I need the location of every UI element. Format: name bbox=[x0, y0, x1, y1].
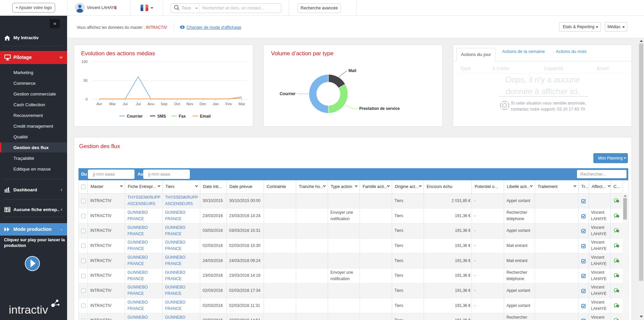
svg-text:Avr: Avr bbox=[96, 102, 102, 106]
svg-text:Aou: Aou bbox=[148, 102, 154, 106]
svg-text:Dec: Dec bbox=[200, 102, 207, 106]
svg-text:Nov: Nov bbox=[186, 102, 194, 106]
svg-text:Sep: Sep bbox=[161, 102, 167, 106]
svg-text:Mail: Mail bbox=[348, 68, 356, 73]
svg-text:Email: Email bbox=[200, 114, 211, 119]
svg-text:Jui: Jui bbox=[136, 102, 141, 106]
svg-text:0: 0 bbox=[86, 97, 88, 101]
svg-text:Mai: Mai bbox=[109, 102, 116, 106]
svg-text:Fev: Fev bbox=[225, 102, 232, 106]
svg-text:Jan: Jan bbox=[213, 102, 219, 106]
svg-text:Oct: Oct bbox=[174, 102, 180, 106]
svg-text:Prestation de service: Prestation de service bbox=[359, 106, 400, 111]
svg-text:Jui: Jui bbox=[123, 102, 128, 106]
svg-text:Courrier: Courrier bbox=[280, 91, 296, 96]
svg-text:Fax: Fax bbox=[179, 114, 186, 119]
svg-text:Courrier: Courrier bbox=[127, 114, 143, 119]
svg-text:100: 100 bbox=[82, 60, 88, 64]
svg-text:50: 50 bbox=[84, 78, 88, 82]
svg-text:SMS: SMS bbox=[157, 114, 166, 119]
svg-text:Mar: Mar bbox=[238, 102, 245, 106]
